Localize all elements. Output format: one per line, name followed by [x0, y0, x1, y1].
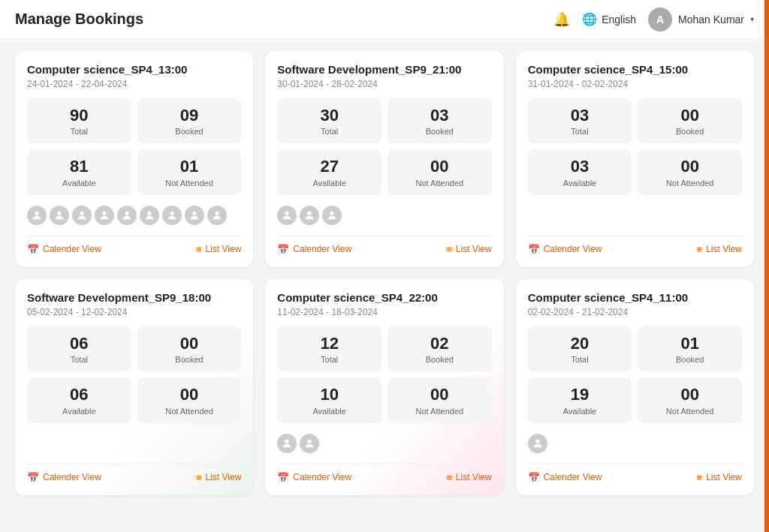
stat-total-number: 03: [535, 106, 625, 125]
booking-card: Computer science_SP4_22:00 11-02-2024 - …: [265, 279, 503, 495]
stat-booked-number: 02: [395, 334, 484, 353]
calendar-view-label: Calender View: [544, 244, 602, 254]
card-date: 24-01-2024 - 22-04-2024: [27, 79, 241, 89]
card-footer: 📅 Calender View ≡ List View: [528, 464, 742, 483]
avatar-icon: [207, 206, 227, 225]
globe-icon: 🌐: [582, 12, 597, 26]
svg-point-10: [308, 211, 312, 215]
list-view-label: List View: [206, 472, 242, 482]
stat-available-label: Available: [535, 179, 625, 188]
avatars-row: [528, 432, 742, 455]
stat-total-label: Total: [535, 355, 625, 364]
stats-grid: 12 Total 02 Booked 10 Available 00 Not A…: [277, 326, 491, 423]
list-view-label: List View: [706, 244, 742, 254]
stat-booked-label: Booked: [145, 355, 234, 364]
stat-not-attended-number: 00: [145, 385, 234, 404]
stat-not-attended: 00 Not Attended: [137, 377, 242, 422]
avatar-icon: [277, 434, 297, 453]
booking-card: Computer science_SP4_13:00 24-01-2024 - …: [15, 51, 253, 267]
stat-total: 20 Total: [528, 326, 632, 371]
avatar-icon: [27, 206, 47, 225]
svg-point-2: [80, 211, 83, 215]
stat-available-label: Available: [285, 407, 374, 416]
stat-total-label: Total: [285, 127, 374, 136]
calendar-view-label: Calender View: [43, 244, 101, 254]
calendar-view-label: Calender View: [544, 472, 602, 482]
card-date: 11-02-2024 - 18-03-2024: [277, 307, 491, 317]
card-title: Computer science_SP4_22:00: [277, 291, 491, 304]
list-view-label: List View: [456, 244, 492, 254]
stat-available-label: Available: [35, 179, 124, 188]
list-view-link[interactable]: ≡ List View: [446, 472, 491, 483]
bell-icon[interactable]: 🔔: [553, 11, 570, 28]
booking-card: Software Development_SP9_18:00 05-02-202…: [15, 279, 253, 495]
list-view-link[interactable]: ≡ List View: [196, 244, 241, 255]
stat-available-number: 03: [535, 157, 625, 176]
svg-point-1: [57, 211, 61, 215]
language-selector[interactable]: 🌐 English: [582, 12, 636, 26]
list-icon: ≡: [446, 244, 452, 255]
stat-booked: 03 Booked: [388, 98, 492, 143]
stat-booked: 02 Booked: [388, 326, 492, 371]
card-title: Software Development_SP9_18:00: [27, 291, 241, 304]
stat-not-attended-label: Not Attended: [145, 407, 234, 416]
avatar-icon: [162, 206, 182, 225]
card-date: 05-02-2024 - 12-02-2024: [27, 307, 241, 317]
stat-booked: 01 Booked: [638, 326, 742, 371]
card-footer: 📅 Calender View ≡ List View: [528, 236, 742, 255]
booking-card: Computer science_SP4_15:00 31-01-2024 - …: [516, 51, 754, 267]
list-view-link[interactable]: ≡ List View: [697, 472, 742, 483]
calendar-icon: 📅: [528, 472, 540, 483]
stat-available: 06 Available: [27, 377, 131, 422]
card-footer: 📅 Calender View ≡ List View: [277, 464, 491, 483]
stat-booked: 00 Booked: [137, 326, 242, 371]
stat-not-attended: 00 Not Attended: [388, 149, 492, 194]
stats-grid: 03 Total 00 Booked 03 Available 00 Not A…: [528, 98, 742, 195]
page-title: Manage Bookings: [15, 11, 143, 28]
list-view-link[interactable]: ≡ List View: [446, 244, 491, 255]
stat-available-number: 19: [535, 385, 625, 404]
list-view-link[interactable]: ≡ List View: [697, 244, 742, 255]
svg-point-4: [125, 211, 128, 215]
stat-total-number: 12: [285, 334, 374, 353]
calendar-icon: 📅: [277, 472, 289, 483]
stat-total-number: 90: [35, 106, 124, 125]
svg-point-14: [535, 439, 539, 443]
stat-total-number: 20: [535, 334, 625, 353]
avatar-icon: [300, 434, 319, 453]
stat-not-attended: 01 Not Attended: [137, 149, 242, 194]
stat-booked-number: 09: [145, 106, 234, 125]
stat-total-number: 06: [35, 334, 124, 353]
card-date: 31-01-2024 - 02-02-2024: [528, 79, 742, 89]
list-view-label: List View: [706, 472, 742, 482]
calendar-view-link[interactable]: 📅 Calender View: [277, 244, 351, 255]
calendar-view-label: Calender View: [293, 244, 351, 254]
calendar-view-link[interactable]: 📅 Calender View: [528, 244, 602, 255]
stat-available-label: Available: [535, 407, 625, 416]
list-view-link[interactable]: ≡ List View: [196, 472, 241, 483]
calendar-view-link[interactable]: 📅 Calender View: [27, 244, 101, 255]
calendar-icon: 📅: [528, 244, 540, 255]
card-footer: 📅 Calender View ≡ List View: [27, 464, 241, 483]
stat-booked-label: Booked: [395, 355, 484, 364]
stat-available: 03 Available: [528, 149, 632, 194]
calendar-view-link[interactable]: 📅 Calender View: [528, 472, 602, 483]
stat-available: 81 Available: [27, 149, 131, 194]
svg-point-5: [147, 211, 151, 215]
stat-booked-label: Booked: [395, 127, 484, 136]
avatars-row: [528, 204, 742, 227]
main-content: Computer science_SP4_13:00 24-01-2024 - …: [0, 39, 769, 532]
calendar-view-link[interactable]: 📅 Calender View: [277, 472, 351, 483]
stat-total: 03 Total: [528, 98, 632, 143]
stat-not-attended-number: 01: [145, 157, 234, 176]
stat-not-attended: 00 Not Attended: [638, 377, 742, 422]
stat-total-label: Total: [35, 127, 124, 136]
header-right: 🔔 🌐 English A Mohan Kumar ▾: [553, 8, 754, 32]
stat-total: 12 Total: [277, 326, 381, 371]
card-title: Computer science_SP4_15:00: [528, 63, 742, 76]
user-menu[interactable]: A Mohan Kumar ▾: [648, 8, 754, 32]
calendar-view-link[interactable]: 📅 Calender View: [27, 472, 101, 483]
avatar-icon: [277, 206, 297, 225]
calendar-view-label: Calender View: [43, 472, 101, 482]
stats-grid: 06 Total 00 Booked 06 Available 00 Not A…: [27, 326, 241, 423]
